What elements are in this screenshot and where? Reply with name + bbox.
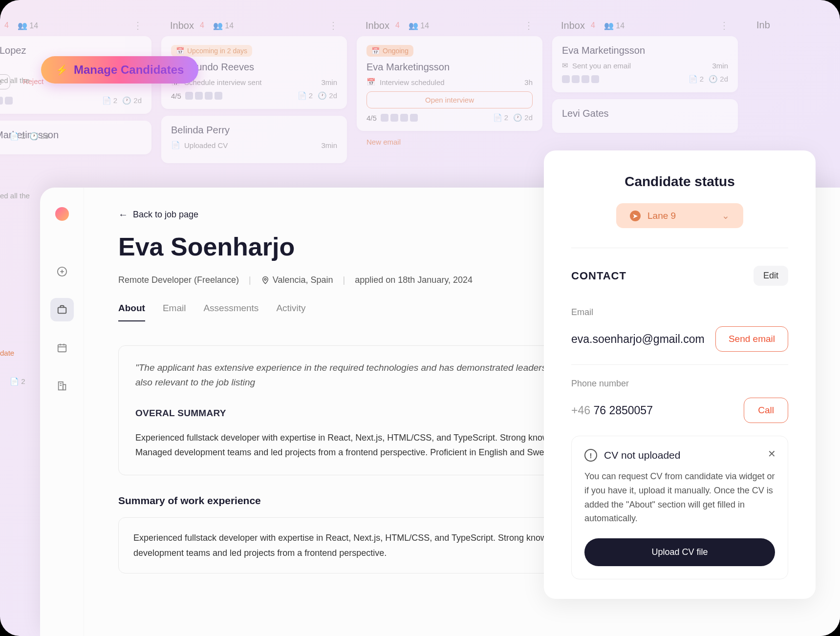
- phone-label: Phone number: [571, 379, 788, 389]
- new-email-button[interactable]: New email: [366, 138, 401, 146]
- edit-button[interactable]: Edit: [754, 266, 788, 286]
- contact-heading: CONTACT: [571, 270, 626, 282]
- svg-rect-3: [58, 307, 66, 313]
- candidate-card[interactable]: 📅 Ongoing Eva Marketingsson 📅Interview s…: [357, 36, 542, 131]
- column-count: 4: [591, 21, 595, 30]
- people-icon: 👥 14: [213, 21, 234, 30]
- score: 4/5: [366, 114, 377, 122]
- close-icon[interactable]: ✕: [768, 448, 776, 460]
- people-icon: 👥 14: [409, 21, 429, 30]
- social-icons: [0, 97, 13, 105]
- tab-assessments[interactable]: Assessments: [203, 303, 258, 321]
- chevron-down-icon: ⌄: [722, 210, 730, 221]
- open-interview-button[interactable]: Open interview: [366, 91, 533, 108]
- candidate-status-sidebar: Candidate status ➤ Lane 9 ⌄ CONTACT Edit…: [544, 150, 816, 599]
- tab-email[interactable]: Email: [163, 303, 186, 321]
- column-count: 4: [395, 21, 400, 30]
- cv-alert: ! CV not uploaded ✕ You can request CV f…: [571, 436, 788, 579]
- bg-fragment: ed all the: [0, 76, 30, 85]
- lane-label: Lane 9: [647, 211, 676, 221]
- app-logo-icon[interactable]: [55, 207, 69, 221]
- card-name: Loris Lopez: [0, 45, 142, 56]
- cv-alert-body: You can request CV from candidate via wi…: [584, 469, 775, 526]
- doc-icon: 📄: [171, 141, 180, 149]
- lane-icon: ➤: [630, 211, 641, 221]
- lane-select[interactable]: ➤ Lane 9 ⌄: [616, 203, 743, 228]
- social-icons: [185, 92, 222, 100]
- bg-fragment: date: [0, 349, 14, 357]
- card-name: Eva Marketingsson: [562, 45, 728, 56]
- status-badge: 📅 Ongoing: [366, 45, 413, 57]
- upload-cv-button[interactable]: Upload CV file: [584, 538, 775, 566]
- clock-icon: 🕐 2d: [318, 91, 337, 100]
- location-icon: [261, 276, 270, 285]
- docs-icon: 📄 2: [102, 96, 118, 105]
- social-icons: [381, 114, 418, 122]
- bg-fragment: 📄 2: [10, 377, 25, 386]
- arrow-left-icon: ←: [118, 209, 128, 220]
- left-rail: [40, 188, 84, 636]
- tab-activity[interactable]: Activity: [276, 303, 305, 321]
- back-label: Back to job page: [133, 210, 198, 220]
- card-name: Levi Gates: [562, 108, 728, 119]
- docs-icon: 📄 2: [689, 75, 704, 84]
- tab-about[interactable]: About: [118, 303, 145, 321]
- candidate-card[interactable]: Belinda Perry 📄Uploaded CV3min: [161, 116, 347, 163]
- card-name: Eva Marketingsson: [366, 62, 533, 73]
- column-count: 4: [200, 21, 204, 30]
- separator: |: [343, 275, 345, 285]
- svg-rect-9: [63, 384, 65, 390]
- svg-point-12: [264, 278, 266, 280]
- social-icons: [562, 75, 599, 83]
- docs-icon: 📄 2: [298, 91, 313, 100]
- calendar-icon: 📅: [366, 78, 376, 86]
- manage-candidates-pill[interactable]: ⚡ Manage Candidates: [41, 56, 198, 84]
- add-icon[interactable]: [50, 260, 74, 283]
- people-icon: 👥 14: [604, 21, 625, 30]
- sidebar-title: Candidate status: [571, 174, 788, 190]
- clock-icon: 🕐 2d: [513, 113, 533, 122]
- kebab-icon[interactable]: ⋮: [328, 20, 338, 31]
- kebab-icon[interactable]: ⋮: [133, 20, 143, 31]
- phone-value: +46 76 2850057: [571, 404, 653, 417]
- card-name: Belinda Perry: [171, 125, 337, 136]
- clock-icon: 🕐 2d: [122, 96, 142, 105]
- clock-icon: 🕐 2d: [709, 75, 728, 84]
- column-label: Inbox: [170, 20, 194, 31]
- column-label: Inbox: [366, 20, 389, 31]
- bolt-icon: ⚡: [56, 64, 68, 76]
- column-label: Inbox: [561, 20, 585, 31]
- status-badge: 📅 Upcoming in 2 days: [171, 45, 252, 57]
- people-icon: 👥 14: [18, 21, 38, 30]
- back-link[interactable]: ← Back to job page: [118, 209, 198, 220]
- email-label: Email: [571, 307, 788, 318]
- kebab-icon[interactable]: ⋮: [719, 20, 729, 31]
- score: 4/5: [171, 92, 181, 100]
- kebab-icon[interactable]: ⋮: [524, 20, 534, 31]
- send-email-button[interactable]: Send email: [715, 326, 788, 352]
- candidate-card[interactable]: Eva Marketingsson ✉Sent you an email3min…: [552, 36, 738, 92]
- pill-label: Manage Candidates: [74, 63, 184, 77]
- bg-fragment: ed all the: [0, 191, 30, 200]
- divider: [571, 248, 788, 248]
- briefcase-icon[interactable]: [50, 298, 74, 321]
- alert-icon: !: [584, 449, 597, 462]
- candidate-role: Remote Developer (Freelance): [118, 275, 239, 285]
- bg-fragment: 📄 2 🕐 2d: [10, 132, 49, 141]
- email-value: eva.soenharjo@gmail.com: [571, 333, 705, 346]
- mail-icon: ✉: [562, 61, 568, 70]
- docs-icon: 📄 2: [493, 113, 509, 122]
- calendar-icon[interactable]: [50, 336, 74, 360]
- cv-alert-title: CV not uploaded: [604, 449, 680, 461]
- divider: [571, 364, 788, 365]
- building-icon[interactable]: [50, 374, 74, 398]
- separator: |: [249, 275, 251, 285]
- column-label: Inb: [756, 20, 770, 31]
- candidate-card[interactable]: Levi Gates: [552, 99, 738, 133]
- candidate-applied: applied on 18th January, 2024: [355, 275, 473, 285]
- call-button[interactable]: Call: [744, 398, 788, 423]
- svg-rect-4: [58, 345, 66, 352]
- candidate-location: Valencia, Spain: [273, 275, 333, 285]
- column-count: 4: [4, 21, 9, 30]
